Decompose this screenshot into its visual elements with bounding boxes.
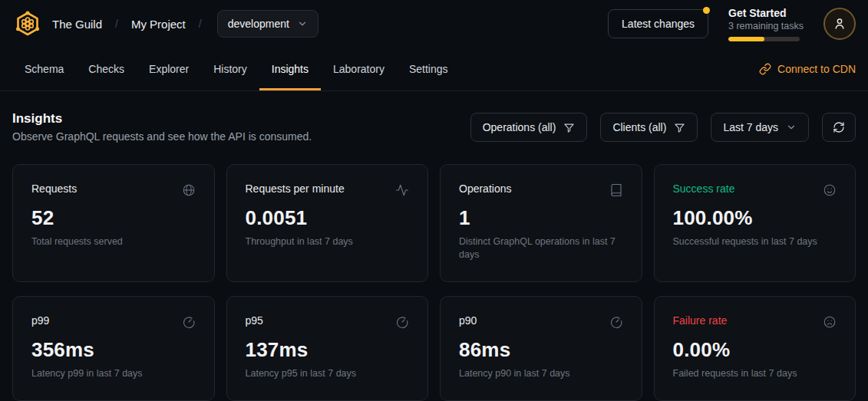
card-label: Success rate [673,182,735,195]
card-value: 137ms [246,338,410,362]
notification-dot [703,7,710,14]
gauge-icon [609,315,623,329]
card-value: 0.00% [673,338,837,362]
target-selector[interactable]: development [217,10,318,38]
page-subtitle: Observe GraphQL requests and see how the… [12,130,312,143]
stat-card-p99: p99 356ms Latency p99 in last 7 days [12,296,215,401]
stat-card-rpm: Requests per minute 0.0051 Throughput in… [226,164,429,282]
connect-to-cdn-label: Connect to CDN [777,63,856,75]
breadcrumb-project[interactable]: My Project [131,18,186,31]
chevron-down-icon [786,122,797,133]
tab-settings[interactable]: Settings [397,48,460,90]
card-value: 1 [459,206,623,230]
link-icon [759,63,771,75]
stat-cards-grid: Requests 52 Total requests served Reques… [12,164,856,401]
get-started-subtitle: 3 remaining tasks [728,21,804,31]
get-started-progress-bar [728,37,800,41]
tab-history[interactable]: History [201,48,259,90]
stat-card-p90: p90 86ms Latency p90 in last 7 days [440,296,642,401]
main-nav: Schema Checks Explorer History Insights … [0,48,868,91]
clients-filter-button[interactable]: Clients (all) [600,113,698,142]
chevron-down-icon [297,18,308,29]
card-label: Failure rate [673,314,728,327]
get-started-title: Get Started [728,7,804,19]
card-description: Failed requests in last 7 days [673,367,837,380]
activity-icon [395,183,409,197]
stat-card-p95: p95 137ms Latency p95 in last 7 days [226,296,429,401]
refresh-icon [833,121,845,133]
app-header: The Guild / My Project / development Lat… [0,0,868,48]
operations-filter-button[interactable]: Operations (all) [470,113,588,142]
globe-icon [182,183,196,197]
card-label: Operations [459,182,511,195]
frown-icon [823,315,837,329]
stat-card-success-rate: Success rate 100.00% Successful requests… [654,164,856,282]
stat-card-operations: Operations 1 Distinct GraphQL operations… [440,164,642,282]
period-select-button[interactable]: Last 7 days [711,113,809,142]
page-title: Insights [12,111,312,127]
latest-changes-button[interactable]: Latest changes [608,9,708,38]
filter-funnel-icon [563,122,575,133]
card-value: 356ms [31,338,196,362]
book-icon [609,183,623,197]
breadcrumb-separator: / [115,18,118,30]
hive-logo-icon[interactable] [12,8,43,39]
breadcrumb-separator: / [199,18,202,30]
tab-checks[interactable]: Checks [76,48,137,90]
card-description: Throughput in last 7 days [246,235,410,248]
filter-funnel-icon [674,122,685,133]
filter-bar: Operations (all) Clients (all) Last 7 da… [470,113,856,142]
tab-schema[interactable]: Schema [12,48,76,90]
tab-insights[interactable]: Insights [259,48,321,90]
person-icon [832,16,847,31]
card-label: Requests per minute [246,182,345,195]
get-started-progress-fill [728,37,764,41]
user-avatar[interactable] [823,8,856,40]
card-value: 86ms [459,338,623,362]
tab-explorer[interactable]: Explorer [137,48,201,90]
card-description: Latency p90 in last 7 days [459,367,623,380]
card-label: Requests [31,182,77,195]
card-description: Latency p95 in last 7 days [246,367,410,380]
card-description: Distinct GraphQL operations in last 7 da… [459,235,623,261]
tab-laboratory[interactable]: Laboratory [321,48,397,90]
card-label: p95 [246,314,263,327]
card-value: 52 [31,206,196,230]
card-description: Latency p99 in last 7 days [31,367,196,380]
gauge-icon [395,315,409,329]
breadcrumb-org[interactable]: The Guild [52,18,102,31]
stat-card-requests: Requests 52 Total requests served [12,164,215,282]
tab-list: Schema Checks Explorer History Insights … [12,48,460,90]
card-description: Successful requests in last 7 days [673,235,837,248]
refresh-button[interactable] [822,113,856,142]
card-label: p99 [31,314,49,327]
card-description: Total requests served [31,235,196,248]
connect-to-cdn-link[interactable]: Connect to CDN [759,48,856,90]
get-started-widget[interactable]: Get Started 3 remaining tasks [728,7,804,41]
target-selector-value: development [228,18,289,30]
smile-icon [823,183,837,197]
card-value: 0.0051 [246,206,410,230]
insights-page: Insights Observe GraphQL requests and se… [0,91,868,401]
card-value: 100.00% [673,206,837,230]
gauge-icon [182,315,196,329]
card-label: p90 [459,314,477,327]
breadcrumb: The Guild / My Project / development [52,10,318,38]
stat-card-failure-rate: Failure rate 0.00% Failed requests in la… [654,296,856,401]
